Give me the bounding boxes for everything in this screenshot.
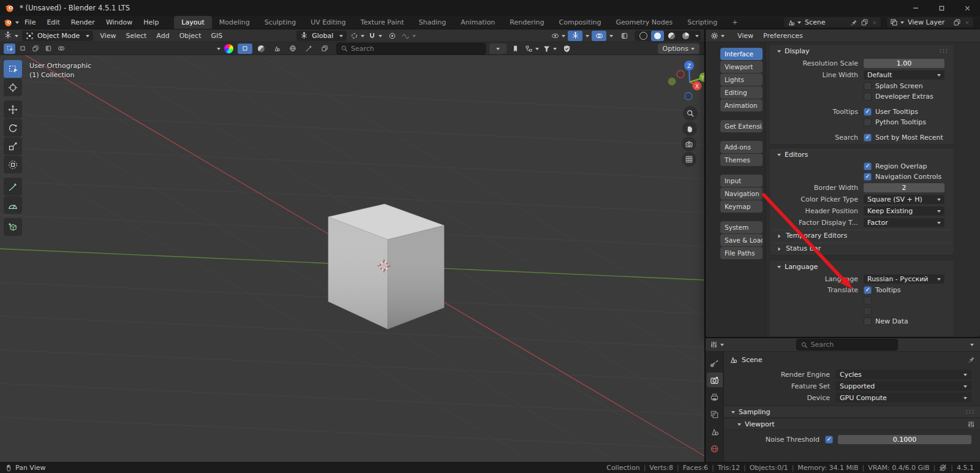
proportional-editing-button[interactable] (385, 31, 399, 41)
maximize-button[interactable] (929, 0, 954, 16)
properties-tab-render[interactable] (707, 373, 723, 387)
prefs-menu-preferences[interactable]: Preferences (758, 32, 808, 40)
select-mode-set-button[interactable] (4, 44, 15, 54)
language-dropdown[interactable]: Russian - Русский (864, 274, 944, 284)
pan-button[interactable] (682, 121, 697, 136)
prefs-editor-type-button[interactable] (709, 31, 726, 41)
new-view-layer-icon[interactable] (953, 18, 961, 26)
tool-move[interactable] (4, 100, 22, 118)
filter-button[interactable] (541, 44, 558, 54)
prefs-tab-file-paths[interactable]: File Paths (720, 247, 763, 259)
prefs-tab-system[interactable]: System (720, 221, 763, 233)
mode-selector[interactable]: Object Mode (22, 31, 93, 41)
python-tooltips-checkbox[interactable] (864, 118, 872, 126)
visibility-dropdown-button[interactable] (550, 31, 567, 41)
camera-view-button[interactable] (682, 137, 696, 151)
properties-search-input[interactable] (808, 341, 900, 349)
resolution-scale-field[interactable]: 1.00 (864, 59, 944, 68)
workspace-tab-compositing[interactable]: Compositing (552, 16, 609, 29)
device-dropdown[interactable]: GPU Compute (835, 393, 971, 403)
blender-menu-icon[interactable] (4, 18, 13, 27)
prefs-tab-navigation[interactable]: Navigation (720, 187, 763, 200)
render-engine-dropdown[interactable]: Cycles (835, 369, 971, 379)
tool-measure[interactable] (4, 196, 22, 214)
show-overlays-button[interactable] (592, 31, 606, 41)
asset-filter-world-button[interactable] (285, 44, 300, 54)
translate-interface-checkbox[interactable] (864, 297, 872, 305)
shading-chevron-icon[interactable] (695, 35, 699, 39)
noise-threshold-checkbox[interactable] (825, 436, 833, 444)
scene-selector[interactable]: Scene (783, 17, 881, 28)
select-mode-extend-button[interactable] (17, 44, 28, 54)
viewport-menu-object[interactable]: Object (175, 32, 206, 40)
validate-button[interactable] (559, 44, 574, 54)
prefs-tab-save-load[interactable]: Save & Load (720, 234, 763, 246)
language-section-header[interactable]: Language (770, 260, 954, 273)
menu-window[interactable]: Window (100, 16, 138, 29)
border-width-field[interactable]: 2 (864, 183, 944, 192)
shading-solid-button[interactable] (651, 31, 664, 41)
workspace-tab-sculpting[interactable]: Sculpting (257, 16, 303, 29)
asset-filter-brush-button[interactable] (301, 44, 316, 54)
prefs-tab-lights[interactable]: Lights (720, 74, 763, 86)
prefs-tab-add-ons[interactable]: Add-ons (720, 141, 763, 153)
region-overlap-checkbox[interactable] (864, 162, 872, 170)
select-mode-invert-button[interactable] (42, 44, 54, 54)
temporary-editors-panel[interactable]: Temporary Editors (772, 230, 951, 241)
toggle-xray-button[interactable] (617, 31, 631, 41)
breadcrumb-pin-icon[interactable] (968, 356, 975, 363)
properties-editor-type-button[interactable] (709, 339, 725, 350)
color-picker-dropdown[interactable]: Square (SV + H) (864, 195, 944, 204)
viewport-menu-add[interactable]: Add (151, 32, 174, 40)
breadcrumb-label[interactable]: Scene (742, 356, 763, 364)
translate-reports-checkbox[interactable] (864, 307, 872, 315)
workspace-tab-animation[interactable]: Animation (453, 16, 502, 29)
prefs-tab-keymap[interactable]: Keymap (720, 200, 763, 213)
asset-filter-material-button[interactable] (254, 44, 268, 54)
workspace-tab-rendering[interactable]: Rendering (502, 16, 551, 29)
properties-tab-tool[interactable] (707, 355, 723, 370)
workspace-tab-layout[interactable]: Layout (174, 16, 211, 29)
shading-rendered-button[interactable] (679, 31, 692, 41)
minimize-button[interactable] (903, 0, 929, 16)
unlink-scene-icon[interactable] (872, 20, 878, 26)
snap-toggle-button[interactable] (367, 31, 383, 41)
sampling-grip-icon[interactable] (965, 409, 975, 414)
asset-filter-all-button[interactable] (238, 44, 252, 54)
zoom-button[interactable] (683, 106, 698, 121)
properties-tab-view-layer[interactable] (707, 407, 723, 422)
close-button[interactable] (954, 0, 980, 16)
menu-edit[interactable]: Edit (41, 16, 65, 29)
user-tooltips-checkbox[interactable] (864, 108, 872, 116)
tool-transform[interactable] (4, 156, 22, 173)
prefs-tab-themes[interactable]: Themes (720, 154, 763, 166)
shading-wireframe-button[interactable] (637, 31, 650, 41)
asset-filter-object-button[interactable] (270, 44, 284, 54)
overlays-chevron-icon[interactable] (609, 35, 613, 39)
workspace-tab-geometry-nodes[interactable]: Geometry Nodes (608, 16, 680, 29)
viewport-menu-view[interactable]: View (95, 32, 121, 40)
splash-screen-checkbox[interactable] (864, 82, 872, 90)
workspace-tab-add[interactable]: + (725, 16, 745, 29)
properties-tab-scene[interactable] (707, 424, 723, 439)
properties-filter-chevron-icon[interactable] (970, 344, 974, 348)
workspace-tab-texture-paint[interactable]: Texture Paint (353, 16, 412, 29)
workspace-tab-modeling[interactable]: Modeling (212, 16, 257, 29)
workspace-tab-uv-editing[interactable]: UV Editing (303, 16, 353, 29)
proportional-falloff-button[interactable] (401, 31, 417, 41)
sampling-presets-icon[interactable] (967, 420, 975, 428)
menu-file[interactable]: File (19, 16, 41, 29)
properties-tab-output[interactable] (707, 390, 723, 404)
prefs-tab-animation[interactable]: Animation (720, 99, 763, 112)
tool-search[interactable] (336, 43, 486, 55)
tool-rotate[interactable] (4, 119, 22, 137)
tool-annotate[interactable] (4, 178, 22, 195)
transform-orientation-selector[interactable]: Global (296, 31, 347, 41)
tool-scale[interactable] (4, 137, 22, 155)
properties-tab-world[interactable] (707, 441, 723, 456)
sort-most-recent-checkbox[interactable] (864, 134, 872, 142)
properties-search[interactable] (796, 339, 898, 350)
viewport-3d[interactable]: Object Mode View Select Add Object GIS G… (0, 29, 706, 462)
asset-filter-nodes-button[interactable] (317, 44, 332, 54)
sampling-viewport-header[interactable]: Viewport (724, 418, 980, 430)
